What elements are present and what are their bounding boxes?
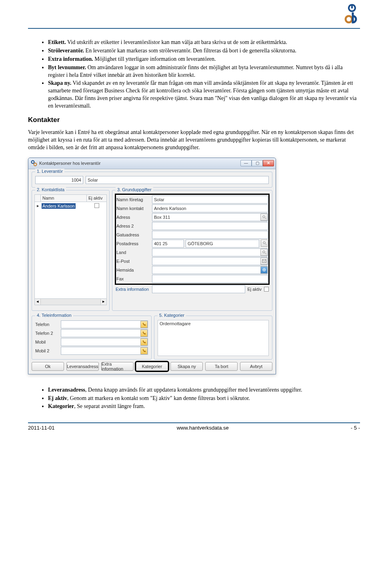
group-grunduppgifter: 3. Grunduppgifter Namn företagSolar Namn…	[112, 190, 272, 311]
avbryt-button[interactable]: Avbryt	[240, 362, 272, 371]
brand-logo	[344, 4, 360, 26]
scroll-right-icon[interactable]: ▸	[100, 299, 106, 305]
extra-information-button[interactable]: Extra information	[101, 362, 134, 371]
header-rule	[28, 28, 360, 29]
postnr-field[interactable]: 401 25	[152, 240, 184, 248]
land-field[interactable]	[152, 248, 268, 256]
adress-field[interactable]: Box 311	[152, 213, 268, 221]
close-button[interactable]: ✕	[263, 160, 274, 166]
app-icon	[31, 160, 37, 166]
minimize-button[interactable]: —	[240, 160, 252, 166]
telefon-dial-icon[interactable]	[140, 321, 148, 328]
svg-point-3	[262, 216, 265, 218]
extra-info-field[interactable]	[152, 285, 245, 293]
row-indicator-icon: ▸	[35, 203, 41, 208]
grid-body[interactable]: ▸ Anders Karlsson	[34, 202, 107, 299]
grid-col-namn[interactable]: Namn	[41, 195, 87, 202]
footer-page: - 5 -	[351, 425, 360, 431]
window-title: Kontaktpersoner hos leverantör	[39, 161, 240, 166]
kategori-list[interactable]: Ordermottagare	[158, 320, 269, 356]
bullet-item: Leveransadress, Denna knapp används för …	[48, 386, 360, 394]
leverantor-name-field[interactable]: Solar	[86, 176, 269, 184]
gatuadress-field[interactable]	[152, 231, 268, 239]
scroll-left-icon[interactable]: ◂	[35, 299, 41, 305]
bullet-list-bottom: Leveransadress, Denna knapp används för …	[28, 386, 360, 411]
fax-field[interactable]	[152, 275, 268, 283]
hemsida-icon[interactable]	[260, 266, 268, 274]
epost-field[interactable]	[152, 257, 268, 265]
group-teleinformation: 4. Teleinformation Telefon Telefon 2 Mob…	[32, 316, 152, 360]
svg-line-4	[265, 218, 266, 219]
dialog-window: Kontaktpersoner hos leverantör — ▢ ✕ 1. …	[28, 158, 276, 374]
group-kontaktlista: 2. Kontaktlista Namn Ej aktiv ▸ Anders K	[32, 190, 110, 311]
adress-lookup-icon[interactable]	[260, 214, 268, 221]
svg-point-0	[346, 16, 352, 22]
section-heading: Kontakter	[28, 116, 360, 124]
bullet-item: Extra information. Möjlighet till ytterl…	[48, 56, 360, 63]
group-kategorier: 5. Kategorier Ordermottagare	[154, 316, 272, 360]
land-lookup-icon[interactable]	[260, 249, 268, 256]
kategorier-button[interactable]: Kategorier	[136, 362, 168, 371]
telefon2-field[interactable]	[61, 329, 148, 337]
bullet-item: Skapa ny. Vid skapandet av en ny leveran…	[48, 80, 360, 110]
grid-col-ejaktiv[interactable]: Ej aktiv	[87, 195, 106, 202]
bullet-item: Etikett. Vid utskrift av etiketter i lev…	[48, 39, 360, 46]
grid-row-selected[interactable]: ▸ Anders Karlsson	[35, 202, 106, 210]
mobil-dial-icon[interactable]	[140, 338, 148, 346]
bullet-list-top: Etikett. Vid utskrift av etiketter i lev…	[28, 39, 360, 110]
svg-line-6	[265, 244, 266, 245]
mobil-field[interactable]	[61, 338, 148, 346]
maximize-button[interactable]: ▢	[252, 160, 263, 166]
ejaktiv-checkbox[interactable]	[94, 203, 99, 208]
svg-point-2	[34, 163, 37, 166]
ejaktiv-grund-checkbox[interactable]	[264, 287, 269, 292]
dialog-screenshot: Kontaktpersoner hos leverantör — ▢ ✕ 1. …	[28, 158, 360, 374]
namnforetag-field[interactable]: Solar	[152, 196, 268, 204]
svg-point-5	[263, 242, 265, 244]
page-footer: 2011-11-01 www.hantverksdata.se - 5 -	[28, 423, 360, 431]
bullet-item: Ej aktiv, Genom att markera en kontakt s…	[48, 395, 360, 402]
horizontal-scrollbar[interactable]: ◂ ▸	[34, 299, 107, 305]
group-leverantor: 1. Leverantör 1004 Solar	[32, 172, 272, 188]
mobil2-field[interactable]	[61, 347, 148, 355]
bullet-item: Ströleverantör. En leverantör kan marker…	[48, 47, 360, 55]
skapa-ny-button[interactable]: Skapa ny	[170, 362, 203, 371]
extra-info-link[interactable]: Extra information	[116, 287, 150, 292]
footer-date: 2011-11-01	[28, 425, 55, 431]
telefon-field[interactable]	[61, 320, 148, 328]
postort-field[interactable]: GÖTEBORG	[186, 240, 259, 248]
svg-point-7	[262, 251, 265, 253]
svg-point-1	[32, 161, 34, 164]
adress2-field[interactable]	[152, 222, 268, 230]
post-lookup-icon[interactable]	[261, 240, 268, 247]
ok-button[interactable]: Ok	[32, 362, 64, 371]
mobil2-dial-icon[interactable]	[140, 347, 148, 354]
bullet-item: Kategorier, Se separat avsnitt längre fr…	[48, 403, 360, 410]
grid-header: Namn Ej aktiv	[34, 194, 107, 202]
bullet-item: Byt levnummer. Om användaren loggar in s…	[48, 64, 360, 79]
footer-url: www.hantverksdata.se	[177, 425, 229, 431]
leverantor-id-field[interactable]: 1004	[35, 176, 83, 184]
epost-icon[interactable]	[260, 258, 268, 265]
leveransadress-button[interactable]: Leveransadress	[66, 362, 99, 371]
svg-line-8	[265, 253, 266, 254]
titlebar: Kontaktpersoner hos leverantör — ▢ ✕	[28, 158, 276, 169]
hemsida-field[interactable]	[152, 266, 268, 274]
ta-bort-button[interactable]: Ta bort	[205, 362, 238, 371]
intro-paragraph: Varje leverantör kan i Entré ha ett obeg…	[28, 129, 360, 152]
namnkontakt-field[interactable]: Anders Karlsson	[152, 204, 268, 212]
telefon2-dial-icon[interactable]	[140, 330, 148, 337]
